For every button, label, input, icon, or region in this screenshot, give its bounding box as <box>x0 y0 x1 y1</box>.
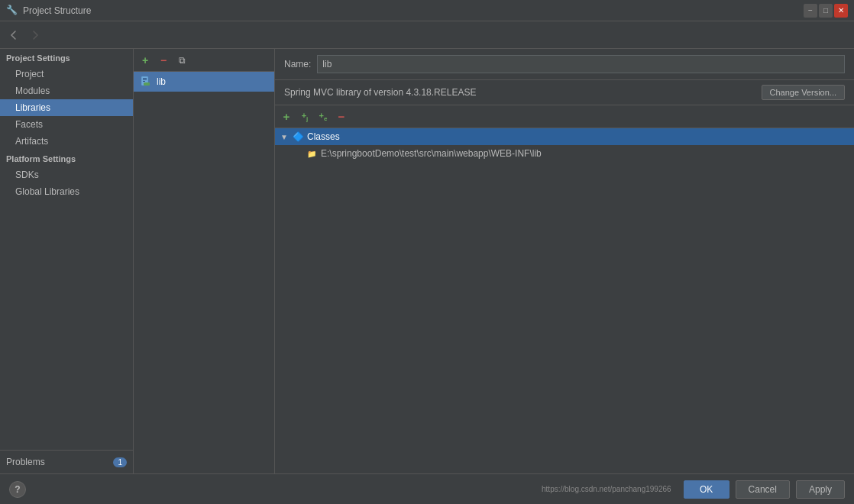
copy-library-button[interactable]: ⧉ <box>173 52 190 69</box>
watermark-text: https://blog.csdn.net/panchang199266 <box>542 485 671 493</box>
minimize-button[interactable]: − <box>804 4 817 18</box>
top-toolbar <box>0 21 854 49</box>
add-library-button[interactable]: + <box>137 52 154 69</box>
add-class-button[interactable]: + <box>278 108 295 125</box>
tree-path-node[interactable]: 📁 E:\springbootDemo\test\src\main\webapp… <box>275 145 854 162</box>
forward-button[interactable] <box>26 27 43 44</box>
footer-right-area: https://blog.csdn.net/panchang199266 OK … <box>542 480 845 499</box>
library-list-item[interactable]: lib <box>134 72 274 92</box>
footer: ? https://blog.csdn.net/panchang199266 O… <box>0 473 854 504</box>
classes-node-icon: 🔷 <box>292 131 304 142</box>
title-bar-text: Project Structure <box>23 5 804 16</box>
help-button[interactable]: ? <box>9 481 26 498</box>
library-name: lib <box>157 76 166 87</box>
remove-icon: − <box>160 54 167 66</box>
problems-label: Problems <box>6 457 45 467</box>
project-settings-header: Project Settings <box>0 49 133 66</box>
tree-classes-node[interactable]: ▼ 🔷 Classes <box>275 128 854 145</box>
path-node-icon: 📁 <box>306 150 318 158</box>
maximize-button[interactable]: □ <box>819 4 833 18</box>
library-icon <box>140 76 152 88</box>
library-list: lib <box>134 72 274 473</box>
middle-panel: + − ⧉ <box>134 49 275 473</box>
name-row: Name: <box>275 49 854 80</box>
sidebar-item-problems[interactable]: Problems 1 <box>0 454 133 470</box>
ok-button[interactable]: OK <box>684 480 729 499</box>
sidebar-item-artifacts[interactable]: Artifacts <box>0 133 133 150</box>
add-class-icon: + <box>283 110 290 123</box>
main-container: Project Settings Project Modules Librari… <box>0 21 854 504</box>
footer-buttons: OK Cancel Apply <box>684 480 845 499</box>
app-icon: 🔧 <box>6 5 18 17</box>
svg-rect-2 <box>143 79 147 80</box>
change-version-button[interactable]: Change Version... <box>762 85 845 100</box>
library-file-icon <box>140 76 152 88</box>
sidebar-item-libraries[interactable]: Libraries <box>0 99 133 116</box>
add-jar-icon: +j <box>302 111 309 122</box>
back-icon <box>9 30 20 40</box>
sidebar-item-project[interactable]: Project <box>0 66 133 82</box>
add-ext-icon: +e <box>319 111 328 122</box>
title-bar: 🔧 Project Structure − □ ✕ <box>0 0 854 21</box>
back-button[interactable] <box>6 27 23 44</box>
classes-tree: ▼ 🔷 Classes 📁 E:\springbootDemo\test\src… <box>275 128 854 473</box>
problems-badge: 1 <box>113 457 127 467</box>
svg-rect-3 <box>143 81 145 82</box>
sidebar-item-facets[interactable]: Facets <box>0 116 133 133</box>
add-icon: + <box>142 54 148 66</box>
classes-node-label: Classes <box>307 131 340 142</box>
copy-icon: ⧉ <box>179 55 186 66</box>
footer-left: ? <box>9 481 26 498</box>
remove-class-button[interactable]: − <box>333 108 350 125</box>
platform-settings-header: Platform Settings <box>0 150 133 166</box>
forward-icon <box>29 30 40 40</box>
name-input[interactable] <box>317 55 845 73</box>
apply-button[interactable]: Apply <box>796 480 845 499</box>
sidebar-bottom: Problems 1 <box>0 450 133 473</box>
tree-expand-icon: ▼ <box>280 133 289 141</box>
middle-toolbar: + − ⧉ <box>134 49 274 72</box>
cancel-button[interactable]: Cancel <box>736 480 790 499</box>
description-row: Spring MVC library of version 4.3.18.REL… <box>275 80 854 105</box>
right-panel: Name: Spring MVC library of version 4.3.… <box>275 49 854 473</box>
name-label: Name: <box>284 59 311 69</box>
add-jar-button[interactable]: +j <box>296 108 313 125</box>
library-description: Spring MVC library of version 4.3.18.REL… <box>284 87 476 98</box>
sidebar-item-global-libraries[interactable]: Global Libraries <box>0 183 133 200</box>
path-node-label: E:\springbootDemo\test\src\main\webapp\W… <box>321 148 542 159</box>
sidebar: Project Settings Project Modules Librari… <box>0 49 134 473</box>
content-area: Project Settings Project Modules Librari… <box>0 49 854 473</box>
sidebar-item-sdks[interactable]: SDKs <box>0 166 133 183</box>
remove-class-icon: − <box>338 110 345 123</box>
svg-rect-4 <box>144 82 150 86</box>
title-bar-controls: − □ ✕ <box>804 4 848 18</box>
remove-library-button[interactable]: − <box>155 52 172 69</box>
add-ext-button[interactable]: +e <box>315 108 332 125</box>
classes-toolbar: + +j +e − <box>275 105 854 128</box>
svg-rect-1 <box>143 78 147 79</box>
sidebar-item-modules[interactable]: Modules <box>0 82 133 99</box>
close-button[interactable]: ✕ <box>834 4 848 18</box>
